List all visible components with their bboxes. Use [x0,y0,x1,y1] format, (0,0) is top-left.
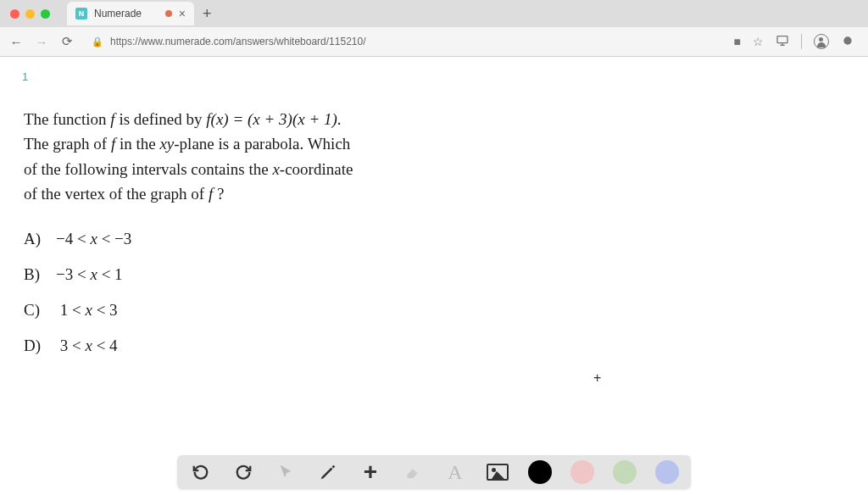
option-c: C) 1 < x < 3 [24,295,519,325]
back-button[interactable]: ← [7,35,25,49]
page-content: 1 The function f is defined by f(x) = (x… [0,57,868,495]
text-tool[interactable]: A [443,460,467,484]
minimize-window-button[interactable] [25,9,35,19]
toolbar-right: ■ ☆ [734,34,861,50]
color-blue[interactable] [655,460,679,484]
tab-title: Numerade [94,8,159,19]
pointer-tool[interactable] [274,460,298,484]
forward-button[interactable]: → [32,35,51,49]
color-green[interactable] [613,460,637,484]
lock-icon: 🔒 [92,36,103,47]
browser-tab[interactable]: N Numerade × [67,2,194,25]
new-tab-button[interactable]: + [194,5,220,23]
url-text: https://www.numerade.com/answers/whitebo… [110,36,366,47]
options-list: A) −4 < x < −3 B) −3 < x < 1 C) 1 < x < … [24,224,519,361]
question-area: The function f is defined by f(x) = (x +… [0,90,542,383]
option-label: B) [24,259,44,290]
eraser-tool[interactable] [401,460,425,484]
image-tool[interactable] [486,460,509,484]
whiteboard-toolbar: + A [177,455,691,489]
redo-button[interactable] [231,460,255,484]
add-tool[interactable]: + [359,460,382,484]
tab-favicon: N [75,8,87,19]
option-b: B) −3 < x < 1 [24,259,519,290]
browser-chrome: N Numerade × + ← → ⟳ 🔒 https://www.numer… [0,0,868,57]
option-label: D) [24,331,44,361]
option-a: A) −4 < x < −3 [24,224,519,254]
url-input[interactable]: 🔒 https://www.numerade.com/answers/white… [83,36,727,47]
divider [801,34,802,49]
window-controls [7,9,58,19]
bookmark-icon[interactable]: ☆ [753,35,764,48]
reload-button[interactable]: ⟳ [58,34,76,49]
close-window-button[interactable] [10,9,19,19]
settings-icon[interactable] [841,34,854,50]
image-icon [487,464,509,481]
question-text: The function f is defined by f(x) = (x +… [24,107,519,207]
svg-point-3 [843,36,851,44]
profile-icon[interactable] [814,34,829,49]
tab-close-button[interactable]: × [179,8,186,19]
undo-button[interactable] [189,460,213,484]
video-icon[interactable]: ■ [734,35,741,48]
address-bar: ← → ⟳ 🔒 https://www.numerade.com/answers… [0,27,868,56]
page-number-tab[interactable]: 1 [12,65,38,90]
option-label: A) [24,224,44,254]
svg-rect-0 [777,36,787,42]
cast-icon[interactable] [776,34,789,50]
color-pink[interactable] [570,460,594,484]
maximize-window-button[interactable] [41,9,50,19]
color-black[interactable] [528,460,552,484]
pencil-tool[interactable] [316,460,340,484]
option-label: C) [24,295,44,325]
cursor-crosshair: + [593,370,601,386]
tab-audio-indicator[interactable] [165,10,172,17]
option-d: D) 3 < x < 4 [24,331,519,361]
tab-bar: N Numerade × + [0,0,868,27]
